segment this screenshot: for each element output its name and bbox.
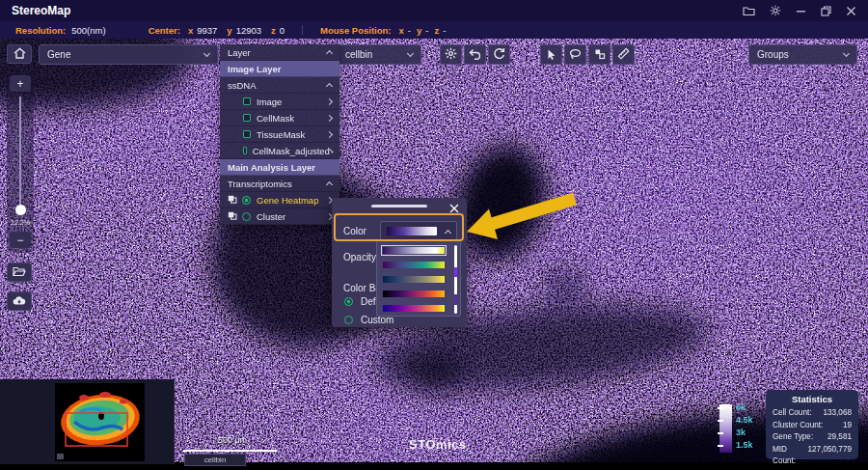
layer-item-tissuemask[interactable]: TissueMask [220,126,339,143]
minimap-scale-icon [57,454,64,459]
open-folder-icon [13,263,26,281]
transcriptomics-group-header[interactable]: Transcriptomics [220,176,339,192]
open-file-button[interactable] [7,263,32,282]
chevron-right-icon [326,114,333,121]
layer-item-label: TissueMask [257,129,305,140]
settings-icon[interactable] [770,5,781,16]
cluster-radio[interactable] [242,212,251,221]
gene-heatmap-label: Gene Heatmap [257,195,318,206]
layers-icon [228,195,237,206]
cluster-label: Cluster [257,211,285,222]
layer-item-gene-heatmap[interactable]: Gene Heatmap [220,192,339,208]
layer-item-cluster[interactable]: Cluster [220,208,339,225]
bin-type-dropdown[interactable]: cellbin [337,44,421,65]
minimap-image[interactable] [55,383,145,461]
swap-layers-tool-button[interactable] [588,44,610,65]
colorbar-tick-label: 3k [736,428,746,437]
colormap-option-inferno[interactable] [383,290,445,297]
zoom-slider-thumb[interactable] [15,205,26,215]
close-icon[interactable] [846,6,856,16]
zoom-in-button[interactable]: + [10,75,31,92]
colormap-option-purple-white-yellow[interactable] [383,247,445,254]
chevron-down-icon [407,50,414,57]
stomics-watermark: STOmics [409,437,467,452]
colorbar-tick-label: 6k [736,402,746,412]
ssdna-group-header[interactable]: ssDNA [220,77,339,94]
opacity-label: Opacity [343,252,376,263]
dropdown-scrollbar[interactable] [454,245,457,314]
title-bar: StereoMap [0,0,868,21]
mouse-x-axis: x [398,25,403,36]
lasso-tool-button[interactable] [564,44,586,65]
divider [302,25,303,35]
settings-tool-button[interactable] [440,44,462,65]
undo-button[interactable] [464,44,486,65]
chevron-down-icon [203,50,210,57]
layer-panel-title: Layer [228,47,251,58]
chevron-up-icon [326,50,333,57]
restore-icon[interactable] [821,6,831,16]
stat-value: 19 [843,420,852,432]
stat-value: 133,068 [823,407,852,420]
default-radio[interactable] [344,297,353,306]
cloud-download-icon [13,292,26,310]
center-y-axis: y [227,25,231,36]
folder-icon[interactable] [743,6,755,16]
cloud-export-button[interactable] [7,291,32,311]
custom-radio[interactable] [344,316,353,324]
zoom-slider-track[interactable] [19,97,21,207]
groups-dropdown-value: Groups [757,49,789,60]
stat-value: 127,050,779 [807,444,852,468]
statistics-title: Statistics [773,394,852,404]
app-title: StereoMap [0,4,70,17]
colormap-option-viridis[interactable] [383,262,445,268]
chevron-right-icon [326,130,333,137]
chevron-up-icon [326,83,333,90]
colormap-option-cividis[interactable] [383,276,445,283]
lasso-icon [569,46,582,64]
stat-row-gene-type: Gene Type: 29,581 [773,431,852,444]
center-x-axis: x [188,25,193,36]
chevron-up-icon [326,181,333,188]
cellmask-checkbox[interactable] [243,114,251,122]
groups-dropdown[interactable]: Groups [748,44,857,65]
layer-item-cellmask-adjusted[interactable]: CellMask_adjusted [220,143,339,159]
transcriptomics-label: Transcriptomics [228,179,292,189]
refresh-button[interactable] [488,44,510,65]
center-x-value: 9937 [197,25,217,36]
image-checkbox[interactable] [243,97,251,105]
colorbar-tick [718,445,723,447]
ruler-icon [617,46,630,64]
gene-heatmap-radio[interactable] [242,196,251,205]
layer-item-cellmask[interactable]: CellMask [220,110,339,126]
info-bar: Resolution: 500(nm) Center: x 9937 y 129… [0,21,868,39]
tissuemask-checkbox[interactable] [243,130,251,138]
colorbar-tick [718,407,723,409]
gear-icon [445,46,457,64]
colormap-option-plasma[interactable] [383,305,445,312]
undo-icon [469,46,481,64]
zoom-out-button[interactable]: − [10,232,31,248]
edit-tools-group [540,44,635,65]
minimap-panel [0,379,175,464]
gene-dropdown[interactable]: Gene [39,44,218,65]
stat-row-cell-count: Cell Count: 133,068 [773,407,852,420]
layer-panel-header[interactable]: Layer [220,44,339,61]
drag-handle[interactable] [371,205,427,207]
layer-panel: Layer Image Layer ssDNA Image CellMask T… [220,44,339,225]
cellmask-adjusted-checkbox[interactable] [243,147,247,154]
bin-type-value: cellbin [345,49,372,60]
swap-layers-icon [594,46,606,64]
ruler-tool-button[interactable] [612,44,635,65]
plus-icon: + [16,77,23,91]
pointer-tool-button[interactable] [540,44,562,65]
home-button[interactable] [7,44,32,64]
mouse-z-value: - [443,25,446,36]
stereomap-window: StereoMap Resolution: 500(nm) Center: x … [0,0,868,470]
layer-item-image[interactable]: Image [220,94,339,110]
minimize-icon[interactable] [796,6,806,16]
pointer-icon [546,46,557,64]
stat-row-mid-count: MID Count: 127,050,779 [773,444,852,468]
layer-item-label: CellMask [257,113,294,124]
minus-icon: − [16,234,23,247]
